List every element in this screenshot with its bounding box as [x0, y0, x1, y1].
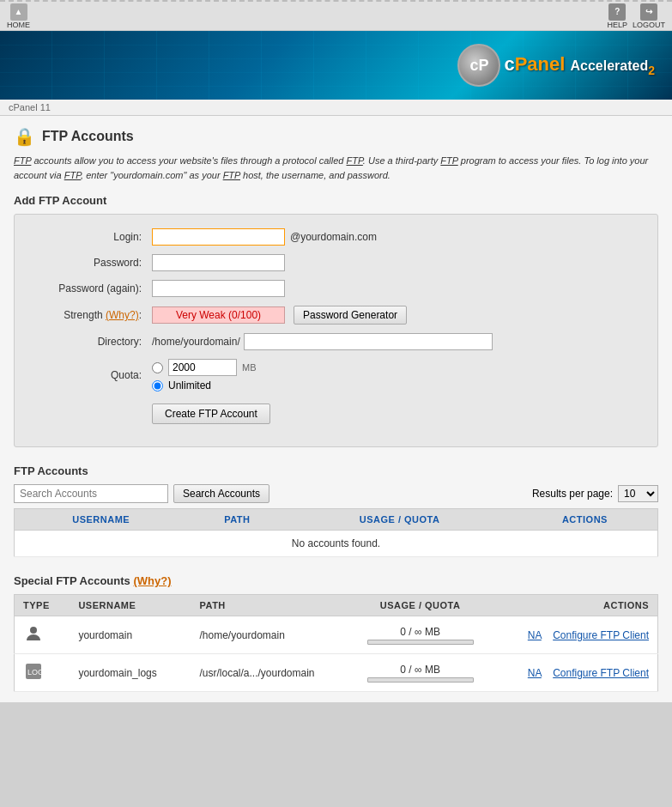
usage-value: 0 / ∞ MB	[400, 626, 440, 638]
add-ftp-form: Login: @yourdomain.com Password: Passwor…	[14, 214, 658, 447]
home-icon: ▲	[10, 3, 27, 21]
top-navigation: ▲ HOME ? HELP ↪ LOGOUT	[0, 0, 672, 31]
logo-cp-text: cP	[469, 57, 488, 75]
login-label: Login:	[32, 231, 152, 243]
help-icon: ?	[608, 3, 626, 21]
search-accounts-button[interactable]: Search Accounts	[173, 484, 269, 503]
password-again-row: Password (again):	[32, 280, 640, 297]
ftp-accounts-section: FTP Accounts Search Accounts Results per…	[14, 464, 658, 557]
page-title-row: 🔒 FTP Accounts	[14, 126, 658, 147]
ftp-accounts-table: Username Path Usage / Quota Actions No a…	[14, 508, 658, 557]
special-ftp-title: Special FTP Accounts (Why?)	[14, 574, 658, 587]
directory-label: Directory:	[32, 336, 152, 348]
na-link[interactable]: NA	[528, 629, 542, 641]
special-row-username: yourdomain_logs	[70, 654, 191, 692]
special-row-path: /usr/local/a.../yourdomain	[191, 654, 358, 692]
special-row-username: yourdomain	[70, 616, 191, 654]
add-ftp-section-header: Add FTP Account	[14, 194, 658, 207]
quota-mb-option: MB	[152, 359, 257, 376]
strength-row: Strength (Why?): Very Weak (0/100) Passw…	[32, 306, 640, 325]
special-row-usage: 0 / ∞ MB	[359, 616, 482, 654]
ftp-link-3[interactable]: FTP	[440, 155, 457, 166]
ftp-link-2[interactable]: FTP	[347, 155, 363, 166]
password-again-input[interactable]	[152, 280, 285, 297]
special-header-row: Type Username Path Usage / Quota Actions	[15, 595, 658, 616]
quota-mb-unit: MB	[242, 362, 257, 373]
table-row-empty: No accounts found.	[15, 531, 658, 557]
ftp-link-5[interactable]: FTP	[223, 170, 240, 180]
main-content: 🔒 FTP Accounts FTP accounts allow you to…	[0, 116, 672, 702]
logout-button[interactable]: ↪ LOGOUT	[633, 3, 665, 29]
quota-unlimited-option: Unlimited	[152, 379, 257, 391]
scol-actions: Actions	[482, 595, 658, 616]
special-row-path: /home/yourdomain	[191, 616, 358, 654]
search-right: Results per page: 10 25 50 100	[532, 485, 658, 502]
col-username: Username	[15, 509, 188, 531]
logo-circle: cP	[457, 44, 500, 87]
directory-row: Directory: /home/yourdomain/	[32, 333, 640, 350]
ftp-link-4[interactable]: FTP	[64, 170, 81, 180]
create-btn-row: Create FTP Account	[32, 400, 640, 424]
home-button[interactable]: ▲ HOME	[7, 3, 30, 29]
logo-cpanel-text: cPanel Accelerated2	[504, 53, 655, 75]
special-row-usage: 0 / ∞ MB	[359, 654, 482, 692]
configure-ftp-link[interactable]: Configure FTP Client	[553, 629, 649, 641]
home-label: HOME	[7, 21, 30, 29]
create-ftp-account-button[interactable]: Create FTP Account	[152, 404, 270, 424]
search-bar: Search Accounts Results per page: 10 25 …	[14, 484, 658, 503]
strength-indicator: Very Weak (0/100)	[152, 306, 285, 324]
svg-text:LOG: LOG	[27, 668, 44, 677]
strength-why-link[interactable]: (Why?)	[106, 309, 139, 321]
special-row-type	[15, 616, 70, 654]
password-generator-button[interactable]: Password Generator	[294, 306, 407, 325]
strength-label: Strength (Why?):	[32, 309, 152, 321]
scol-username: Username	[70, 595, 191, 616]
login-row: Login: @yourdomain.com	[32, 228, 640, 246]
logout-icon: ↪	[640, 3, 657, 21]
usage-bar	[367, 677, 474, 683]
quota-mb-input[interactable]	[168, 359, 237, 376]
svg-point-0	[30, 627, 37, 634]
special-why-link[interactable]: (Why?)	[133, 574, 171, 587]
login-input[interactable]	[152, 228, 285, 246]
na-link[interactable]: NA	[528, 667, 542, 679]
configure-ftp-link[interactable]: Configure FTP Client	[553, 667, 649, 679]
results-per-page-label: Results per page:	[532, 488, 613, 500]
domain-suffix: @yourdomain.com	[290, 231, 377, 243]
directory-prefix: /home/yourdomain/	[152, 336, 240, 348]
no-accounts-message: No accounts found.	[15, 531, 658, 557]
results-per-page-select[interactable]: 10 25 50 100	[618, 485, 658, 502]
quota-unlimited-label: Unlimited	[168, 379, 211, 391]
scol-path: Path	[191, 595, 358, 616]
special-row-actions: NA Configure FTP Client	[482, 654, 658, 692]
special-row-actions: NA Configure FTP Client	[482, 616, 658, 654]
col-path: Path	[187, 509, 287, 531]
password-label: Password:	[32, 257, 152, 269]
quota-label: Quota:	[32, 369, 152, 381]
password-input[interactable]	[152, 254, 285, 271]
ftp-accounts-title: FTP Accounts	[14, 464, 658, 477]
special-table-row: yourdomain /home/yourdomain 0 / ∞ MB NA …	[15, 616, 658, 654]
quota-mb-radio[interactable]	[152, 362, 163, 373]
scol-type: Type	[15, 595, 70, 616]
search-accounts-input[interactable]	[14, 484, 168, 503]
usage-bar	[367, 640, 474, 645]
quota-options: MB Unlimited	[152, 359, 257, 391]
quota-unlimited-radio[interactable]	[152, 380, 163, 391]
page-title: FTP Accounts	[42, 129, 134, 144]
banner: cP cPanel Accelerated2	[0, 31, 672, 100]
usage-value: 0 / ∞ MB	[400, 664, 440, 676]
quota-row: Quota: MB Unlimited	[32, 359, 640, 391]
logout-label: LOGOUT	[633, 21, 665, 29]
page-description: FTP accounts allow you to access your we…	[14, 154, 658, 182]
help-button[interactable]: ? HELP	[607, 3, 627, 29]
ftp-icon: 🔒	[14, 126, 35, 147]
directory-input[interactable]	[244, 333, 493, 350]
directory-input-group: /home/yourdomain/	[152, 333, 493, 350]
scol-usage: Usage / Quota	[359, 595, 482, 616]
ftp-link-1[interactable]: FTP	[14, 155, 31, 166]
password-again-label: Password (again):	[32, 282, 152, 294]
help-label: HELP	[607, 21, 627, 29]
password-row: Password:	[32, 254, 640, 271]
special-table-row: LOG yourdomain_logs /usr/local/a.../your…	[15, 654, 658, 692]
